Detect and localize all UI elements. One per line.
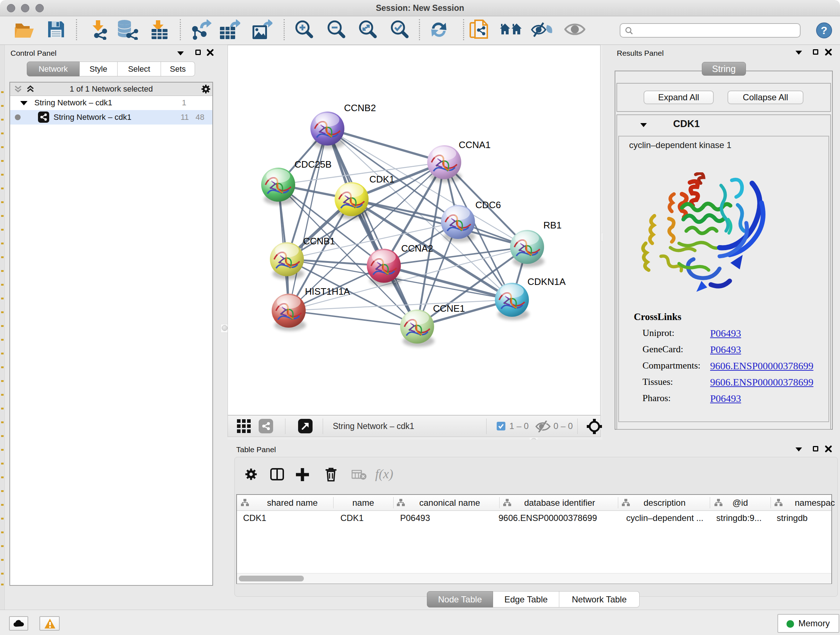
svg-text:CDC25B: CDC25B (294, 159, 332, 170)
svg-text:CDC6: CDC6 (475, 200, 501, 211)
svg-text:RB1: RB1 (543, 220, 562, 231)
svg-text:CCNA1: CCNA1 (459, 139, 491, 150)
svg-text:HIST1H1A: HIST1H1A (305, 286, 350, 297)
svg-text:CDK1: CDK1 (369, 174, 394, 185)
svg-text:CCNA2: CCNA2 (401, 243, 433, 254)
svg-text:CCNB2: CCNB2 (344, 103, 376, 113)
svg-text:CDKN1A: CDKN1A (527, 276, 566, 287)
svg-text:CCNE1: CCNE1 (433, 303, 465, 314)
svg-text:CCNB1: CCNB1 (303, 236, 335, 247)
